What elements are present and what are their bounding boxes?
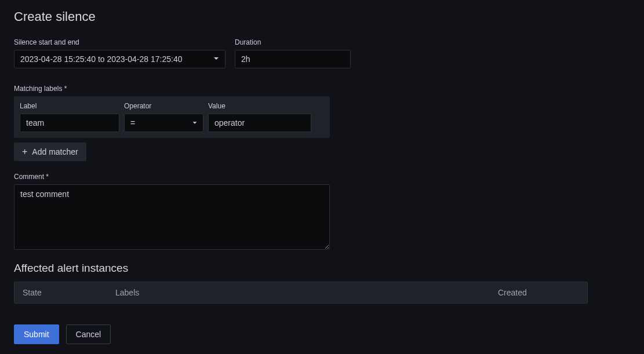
cancel-button[interactable]: Cancel — [66, 324, 111, 344]
comment-textarea[interactable] — [14, 184, 330, 250]
matcher-row: Label Operator Value — [20, 102, 324, 132]
silence-start-end-input[interactable] — [14, 50, 225, 68]
silence-start-end-label: Silence start and end — [14, 38, 225, 46]
matchers-container: Label Operator Value — [14, 96, 330, 138]
matcher-operator-field: Operator — [124, 102, 203, 132]
silence-start-end-wrapper — [14, 50, 225, 68]
submit-button[interactable]: Submit — [14, 324, 59, 344]
matcher-label-header: Label — [20, 102, 119, 110]
matcher-label-field: Label — [20, 102, 119, 132]
comment-group: Comment * — [14, 173, 630, 262]
page-title: Create silence — [14, 9, 630, 24]
add-matcher-button[interactable]: + Add matcher — [14, 143, 86, 161]
matcher-value-header: Value — [208, 102, 311, 110]
table-column-labels: Labels — [115, 288, 498, 297]
matcher-operator-select[interactable] — [124, 114, 203, 132]
affected-instances-table: State Labels Created — [14, 282, 588, 304]
duration-group: Duration — [235, 38, 351, 68]
plus-icon: + — [22, 147, 27, 156]
silence-period-row: Silence start and end Duration — [14, 38, 630, 68]
matcher-label-input[interactable] — [20, 114, 119, 132]
comment-label: Comment * — [14, 173, 630, 181]
table-column-created: Created — [498, 288, 579, 297]
add-matcher-label: Add matcher — [32, 147, 78, 156]
matcher-value-field: Value — [208, 102, 311, 132]
matcher-value-input[interactable] — [208, 114, 311, 132]
duration-label: Duration — [235, 38, 351, 46]
table-header-row: State Labels Created — [14, 282, 588, 304]
duration-input[interactable] — [235, 50, 351, 68]
matching-labels-label: Matching labels * — [14, 85, 630, 93]
table-column-state: State — [23, 288, 115, 297]
silence-start-end-group: Silence start and end — [14, 38, 225, 68]
matcher-operator-header: Operator — [124, 102, 203, 110]
affected-instances-title: Affected alert instances — [14, 262, 630, 275]
form-actions: Submit Cancel — [14, 324, 630, 344]
